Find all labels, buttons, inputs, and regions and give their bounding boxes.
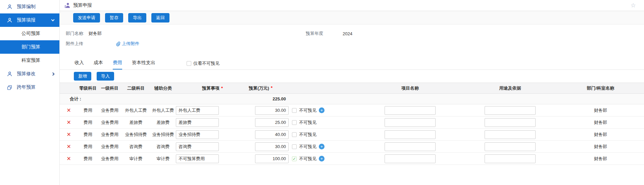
table-row: ✕ 费用 业务费用 咨询费 咨询费 不可预见 + 财务部 — [60, 141, 644, 153]
cell-aux: 差旅费 — [150, 120, 176, 126]
sidebar-item-crossyear-budget[interactable]: 跨年预算 — [0, 81, 59, 94]
department-name-label: 部门名称 — [66, 31, 89, 37]
unforeseen-checkbox[interactable] — [292, 108, 297, 113]
unforeseen-checkbox[interactable] — [292, 156, 297, 161]
only-unforeseen-filter[interactable]: 仅看不可预见 — [187, 60, 219, 70]
unforeseen-label: 不可预见 — [299, 107, 316, 113]
header-dept-section-name: 部门/科室名称 — [557, 85, 644, 91]
unforeseen-label: 不可预见 — [299, 144, 316, 150]
cell-level0: 费用 — [78, 156, 98, 162]
add-sub-button[interactable]: + — [319, 107, 325, 113]
sidebar-item-section-budget[interactable]: 科室预算 — [0, 54, 59, 67]
unforeseen-checkbox[interactable] — [292, 120, 297, 125]
back-button[interactable]: 返回 — [151, 13, 169, 22]
table-actions: 新增 导入 — [60, 70, 644, 83]
required-marker: * — [271, 85, 273, 91]
sidebar-item-label: 跨年预算 — [17, 84, 36, 90]
total-row: 合计 : 225.00 — [60, 94, 644, 104]
only-unforeseen-checkbox[interactable] — [187, 61, 191, 66]
upload-attachment-link[interactable]: 上传附件 — [115, 41, 139, 47]
budget-item-input[interactable] — [176, 118, 219, 127]
budget-item-input[interactable] — [176, 130, 219, 139]
import-button[interactable]: 导入 — [97, 72, 114, 81]
cell-level2: 业务招待费 — [121, 132, 150, 138]
budget-item-input[interactable] — [176, 154, 219, 163]
budget-amount-input[interactable] — [255, 106, 289, 115]
project-name-input[interactable] — [385, 154, 436, 163]
department-name-value: 财务部 — [89, 31, 102, 37]
project-name-input[interactable] — [385, 130, 436, 139]
budget-item-input[interactable] — [176, 106, 219, 115]
sidebar-item-label: 预算修改 — [17, 71, 36, 77]
add-row-button[interactable]: 新增 — [74, 72, 91, 81]
header-aux-category: 辅助分类 — [150, 85, 176, 91]
tab-income[interactable]: 收入 — [75, 60, 84, 70]
unforeseen-label: 不可预见 — [299, 156, 316, 162]
budget-amount-input[interactable] — [255, 130, 289, 139]
app-root: 预算编制 预算填报 公司预算 部门预算 科室预算 预算修改 — [0, 0, 644, 185]
cell-level2: 差旅费 — [121, 120, 150, 126]
budget-table: 零级科目 一级科目 二级科目 辅助分类 预算事项* 预算(万元)* 项目名称 用… — [60, 83, 644, 165]
cell-level2: 审计费 — [121, 156, 150, 162]
budget-year-label: 预算年度 — [306, 31, 343, 37]
cell-level1: 业务费用 — [98, 107, 121, 113]
paperclip-icon — [115, 41, 120, 46]
usage-basis-input[interactable] — [485, 106, 536, 115]
tab-capital-expenditure[interactable]: 资本性支出 — [132, 60, 155, 70]
project-name-input[interactable] — [385, 118, 436, 127]
sidebar: 预算编制 预算填报 公司预算 部门预算 科室预算 预算修改 — [0, 0, 60, 185]
project-name-input[interactable] — [385, 106, 436, 115]
page-titlebar: 预算申报 ☆ — [60, 0, 644, 11]
copy-icon — [7, 85, 12, 90]
cell-aux: 审计费 — [150, 156, 176, 162]
usage-basis-input[interactable] — [485, 118, 536, 127]
table-row: ✕ 费用 业务费用 外包人工费 外包人工费 不可预见 + 财务部 — [60, 104, 644, 117]
only-unforeseen-label: 仅看不可预见 — [193, 60, 219, 66]
favorite-star-icon[interactable]: ☆ — [631, 2, 636, 8]
cell-level0: 费用 — [78, 120, 98, 126]
sidebar-item-label: 公司预算 — [21, 31, 40, 37]
add-sub-button[interactable]: + — [319, 144, 325, 149]
budget-amount-input[interactable] — [255, 142, 289, 151]
form-area: 部门名称 财务部 预算年度 2024 附件上传 上传附件 — [60, 25, 644, 53]
budget-amount-input[interactable] — [255, 118, 289, 127]
sidebar-item-department-budget[interactable]: 部门预算 — [0, 40, 59, 54]
send-request-button[interactable]: 发送申请 — [73, 13, 100, 22]
sidebar-item-budget-fill[interactable]: 预算填报 — [0, 13, 59, 27]
cell-level0: 费用 — [78, 144, 98, 150]
cell-level1: 业务费用 — [98, 120, 121, 126]
sidebar-item-company-budget[interactable]: 公司预算 — [0, 27, 59, 40]
project-name-input[interactable] — [385, 142, 436, 151]
delete-row-icon[interactable]: ✕ — [66, 132, 71, 137]
usage-basis-input[interactable] — [485, 130, 536, 139]
cell-dept: 财务部 — [557, 144, 644, 150]
save-draft-button[interactable]: 暂存 — [105, 13, 123, 22]
export-button[interactable]: 导出 — [128, 13, 146, 22]
cell-aux: 咨询费 — [150, 144, 176, 150]
cell-dept: 财务部 — [557, 107, 644, 113]
unforeseen-checkbox[interactable] — [292, 144, 297, 149]
cell-level2: 外包人工费 — [121, 107, 150, 113]
budget-amount-input[interactable] — [255, 154, 289, 163]
budget-year-value: 2024 — [343, 31, 352, 36]
add-sub-button[interactable]: + — [319, 156, 325, 161]
sidebar-item-label: 部门预算 — [21, 44, 40, 50]
sidebar-item-budget-compile[interactable]: 预算编制 — [0, 0, 59, 13]
budget-item-input[interactable] — [176, 142, 219, 151]
usage-basis-input[interactable] — [485, 154, 536, 163]
attachment-upload-label: 附件上传 — [66, 41, 89, 47]
tab-expense[interactable]: 费用 — [113, 60, 122, 70]
unforeseen-checkbox[interactable] — [292, 132, 297, 137]
delete-row-icon[interactable]: ✕ — [66, 156, 71, 161]
sidebar-item-label: 预算填报 — [17, 17, 36, 23]
tab-cost[interactable]: 成本 — [94, 60, 103, 70]
delete-row-icon[interactable]: ✕ — [66, 120, 71, 125]
main-panel: 预算申报 ☆ 发送申请 暂存 导出 返回 部门名称 财务部 预算年度 2024 … — [60, 0, 644, 185]
delete-row-icon[interactable]: ✕ — [66, 144, 71, 149]
header-level2: 二级科目 — [121, 85, 150, 91]
usage-basis-input[interactable] — [485, 142, 536, 151]
delete-row-icon[interactable]: ✕ — [66, 107, 71, 113]
sidebar-item-budget-modify[interactable]: 预算修改 — [0, 67, 59, 81]
total-label: 合计 : — [60, 96, 98, 102]
user-icon — [7, 71, 12, 77]
